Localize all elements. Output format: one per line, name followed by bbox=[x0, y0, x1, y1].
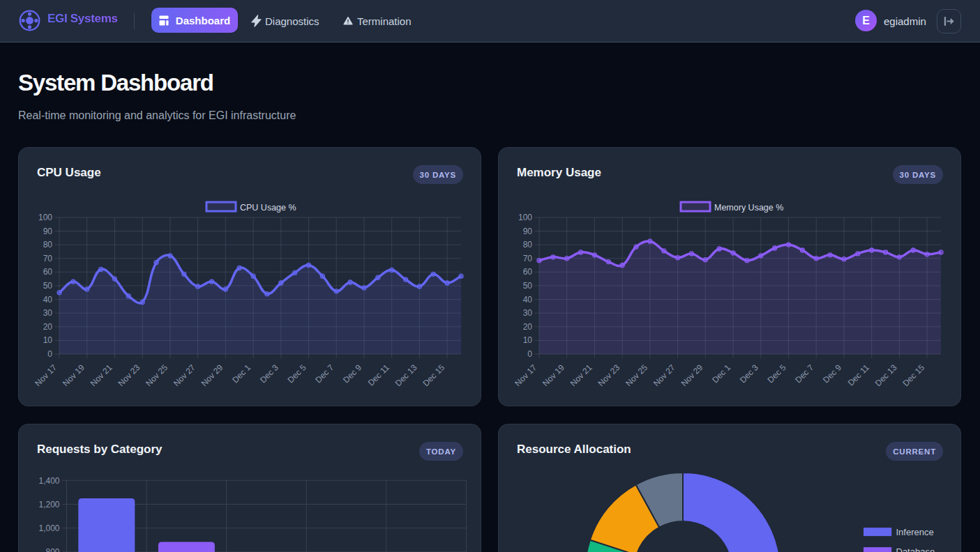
svg-text:Nov 17: Nov 17 bbox=[513, 362, 538, 388]
svg-text:1,200: 1,200 bbox=[38, 500, 59, 509]
svg-text:Dec 3: Dec 3 bbox=[258, 362, 280, 385]
svg-text:Inference: Inference bbox=[896, 527, 934, 537]
svg-text:Nov 25: Nov 25 bbox=[144, 362, 169, 388]
svg-text:60: 60 bbox=[43, 267, 53, 277]
svg-text:1,000: 1,000 bbox=[38, 523, 59, 533]
svg-text:100: 100 bbox=[518, 213, 532, 222]
svg-text:90: 90 bbox=[43, 227, 53, 236]
svg-text:Nov 27: Nov 27 bbox=[172, 362, 197, 388]
svg-text:Nov 29: Nov 29 bbox=[679, 362, 705, 388]
svg-text:0: 0 bbox=[527, 349, 532, 359]
svg-text:Nov 19: Nov 19 bbox=[61, 362, 86, 388]
svg-text:Dec 1: Dec 1 bbox=[710, 362, 732, 385]
svg-text:Nov 19: Nov 19 bbox=[541, 362, 566, 388]
svg-text:Dec 9: Dec 9 bbox=[341, 362, 363, 385]
svg-text:Nov 23: Nov 23 bbox=[116, 362, 142, 388]
svg-text:Database: Database bbox=[896, 546, 935, 552]
svg-text:40: 40 bbox=[43, 295, 53, 305]
svg-text:Nov 21: Nov 21 bbox=[89, 362, 114, 388]
svg-text:Dec 5: Dec 5 bbox=[766, 362, 788, 385]
svg-text:Dec 15: Dec 15 bbox=[421, 362, 446, 388]
svg-text:Nov 23: Nov 23 bbox=[596, 362, 622, 388]
svg-text:Memory Usage %: Memory Usage % bbox=[714, 203, 783, 213]
svg-text:10: 10 bbox=[43, 335, 53, 345]
svg-text:Dec 13: Dec 13 bbox=[393, 362, 419, 388]
svg-text:800: 800 bbox=[45, 547, 59, 552]
svg-text:Dec 11: Dec 11 bbox=[846, 362, 871, 388]
svg-text:Dec 7: Dec 7 bbox=[793, 362, 815, 385]
svg-text:Nov 27: Nov 27 bbox=[651, 362, 677, 388]
svg-text:Dec 3: Dec 3 bbox=[738, 362, 760, 385]
svg-text:Dec 1: Dec 1 bbox=[230, 362, 252, 385]
svg-text:CPU Usage %: CPU Usage % bbox=[240, 203, 296, 213]
svg-text:0: 0 bbox=[47, 349, 52, 359]
svg-text:50: 50 bbox=[43, 281, 53, 291]
svg-text:70: 70 bbox=[523, 254, 533, 263]
svg-text:20: 20 bbox=[523, 322, 533, 332]
svg-text:Dec 5: Dec 5 bbox=[286, 362, 308, 385]
svg-text:30: 30 bbox=[43, 308, 53, 318]
svg-text:Nov 29: Nov 29 bbox=[199, 362, 225, 388]
svg-text:Dec 13: Dec 13 bbox=[873, 362, 899, 388]
svg-text:40: 40 bbox=[523, 295, 533, 305]
svg-text:60: 60 bbox=[523, 267, 533, 277]
svg-text:Nov 17: Nov 17 bbox=[33, 362, 59, 388]
svg-text:Dec 7: Dec 7 bbox=[313, 362, 336, 385]
svg-text:Nov 21: Nov 21 bbox=[568, 362, 594, 388]
svg-text:80: 80 bbox=[523, 240, 533, 250]
svg-text:50: 50 bbox=[523, 281, 533, 291]
svg-text:Dec 15: Dec 15 bbox=[900, 362, 926, 388]
svg-text:1,400: 1,400 bbox=[38, 476, 59, 486]
svg-text:20: 20 bbox=[43, 322, 53, 332]
svg-text:Nov 25: Nov 25 bbox=[624, 362, 649, 388]
svg-text:90: 90 bbox=[523, 227, 533, 236]
svg-text:30: 30 bbox=[523, 308, 533, 318]
svg-text:10: 10 bbox=[523, 335, 533, 345]
svg-text:80: 80 bbox=[43, 240, 53, 250]
svg-text:100: 100 bbox=[38, 213, 52, 222]
svg-text:70: 70 bbox=[43, 254, 53, 263]
svg-text:Dec 11: Dec 11 bbox=[366, 362, 391, 388]
svg-text:Dec 9: Dec 9 bbox=[821, 362, 843, 385]
